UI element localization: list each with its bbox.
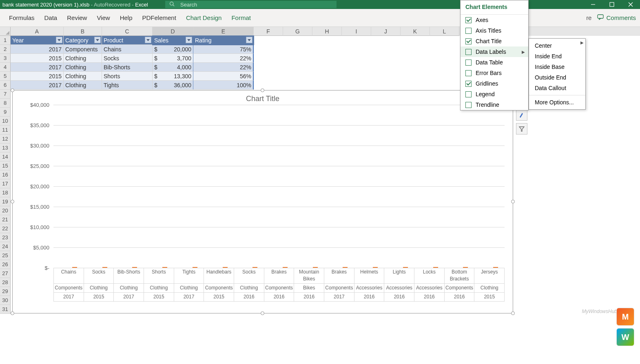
th-product[interactable]: Product (102, 36, 153, 45)
row-header-30[interactable]: 30 (0, 296, 11, 305)
filter-icon[interactable] (94, 37, 101, 43)
th-rating[interactable]: Rating (193, 36, 254, 45)
row-header-24[interactable]: 24 (0, 242, 11, 251)
cell-sales[interactable]: $13,300 (153, 72, 193, 81)
minimize-button[interactable] (584, 0, 602, 9)
chart-element-gridlines[interactable]: Gridlines (461, 78, 528, 89)
col-header-L[interactable]: L (430, 27, 459, 36)
cell-year[interactable]: 2015 (11, 72, 64, 81)
tab-pdfelement[interactable]: PDFelement (137, 9, 181, 27)
row-header-1[interactable]: 1 (0, 36, 11, 45)
checkbox-icon[interactable] (465, 81, 472, 87)
chart-styles-button[interactable] (516, 109, 527, 121)
submenu-inside-base[interactable]: Inside Base (529, 62, 585, 72)
col-header-K[interactable]: K (401, 27, 430, 36)
bar-rating[interactable] (252, 267, 257, 268)
submenu-more-options-[interactable]: More Options... (529, 97, 585, 108)
cell-sales[interactable]: $4,000 (153, 63, 193, 72)
tab-view[interactable]: View (92, 9, 115, 27)
checkbox-icon[interactable] (465, 102, 472, 108)
chart-title[interactable]: Chart Title (13, 90, 513, 105)
row-header-27[interactable]: 27 (0, 269, 11, 278)
filter-icon[interactable] (56, 37, 62, 43)
cell-sales[interactable]: $3,700 (153, 54, 193, 63)
bar-rating[interactable] (193, 267, 197, 268)
row-header-29[interactable]: 29 (0, 287, 11, 296)
bar-rating[interactable] (102, 267, 107, 268)
cell-year[interactable]: 2017 (11, 81, 64, 90)
tab-data[interactable]: Data (40, 9, 62, 27)
maximize-button[interactable] (602, 0, 621, 9)
bar-rating[interactable] (433, 267, 438, 268)
row-header-9[interactable]: 9 (0, 108, 11, 117)
row-header-6[interactable]: 6 (0, 81, 11, 90)
row-header-13[interactable]: 13 (0, 143, 11, 152)
resize-handle[interactable] (511, 311, 515, 315)
bar-rating[interactable] (463, 267, 468, 268)
checkbox-icon[interactable] (465, 17, 472, 23)
chart-element-chart-title[interactable]: Chart Title (461, 36, 528, 46)
row-header-2[interactable]: 2 (0, 45, 11, 54)
row-header-3[interactable]: 3 (0, 54, 11, 63)
checkbox-icon[interactable] (465, 60, 472, 66)
cell-product[interactable]: Chains (102, 45, 153, 54)
resize-handle[interactable] (261, 88, 264, 92)
row-header-14[interactable]: 14 (0, 152, 11, 161)
bar-rating[interactable] (223, 267, 228, 268)
col-header-C[interactable]: C (102, 27, 153, 36)
cell-rating[interactable]: 75% (193, 45, 254, 54)
chart-element-legend[interactable]: Legend (461, 89, 528, 99)
chart-element-trendline[interactable]: Trendline (461, 99, 528, 110)
chart-element-axis-titles[interactable]: Axis Titles (461, 25, 528, 36)
chart-element-data-table[interactable]: Data Table (461, 57, 528, 68)
search-box[interactable]: Search (165, 1, 337, 8)
bar-rating[interactable] (132, 267, 137, 268)
row-header-23[interactable]: 23 (0, 233, 11, 242)
checkbox-icon[interactable] (465, 49, 472, 55)
cell-year[interactable]: 2017 (11, 45, 64, 54)
cell-category[interactable]: Clothing (64, 81, 102, 90)
row-header-21[interactable]: 21 (0, 215, 11, 224)
bar-rating[interactable] (283, 267, 288, 268)
bar-rating[interactable] (343, 267, 348, 268)
resize-handle[interactable] (11, 200, 14, 203)
cell-rating[interactable]: 56% (193, 72, 254, 81)
bar-rating[interactable] (373, 267, 378, 268)
close-button[interactable] (621, 0, 640, 9)
share-button-cut[interactable]: re (586, 14, 591, 21)
th-category[interactable]: Category (64, 36, 102, 45)
cell-product[interactable]: Bib-Shorts (102, 63, 153, 72)
row-header-4[interactable]: 4 (0, 63, 11, 72)
tab-chart-design[interactable]: Chart Design (181, 9, 227, 27)
chart-element-error-bars[interactable]: Error Bars (461, 68, 528, 78)
row-header-26[interactable]: 26 (0, 260, 11, 269)
select-all-triangle[interactable] (0, 27, 11, 36)
col-header-A[interactable]: A (11, 27, 64, 36)
bar-rating[interactable] (162, 267, 167, 268)
row-header-7[interactable]: 7 (0, 90, 11, 99)
cell-product[interactable]: Tights (102, 81, 153, 90)
row-header-25[interactable]: 25 (0, 251, 11, 260)
row-header-20[interactable]: 20 (0, 206, 11, 215)
row-header-17[interactable]: 17 (0, 179, 11, 188)
submenu-outside-end[interactable]: Outside End (529, 72, 585, 83)
chart-filter-button[interactable] (516, 123, 527, 135)
row-header-31[interactable]: 31 (0, 305, 11, 314)
row-header-11[interactable]: 11 (0, 126, 11, 135)
cell-category[interactable]: Clothing (64, 63, 102, 72)
row-header-19[interactable]: 19 (0, 197, 11, 206)
resize-handle[interactable] (11, 88, 14, 92)
comments-button[interactable]: Comments (597, 14, 636, 21)
chart-element-axes[interactable]: Axes (461, 15, 528, 25)
checkbox-icon[interactable] (465, 70, 472, 76)
col-header-J[interactable]: J (371, 27, 401, 36)
cell-rating[interactable]: 22% (193, 63, 254, 72)
checkbox-icon[interactable] (465, 91, 472, 97)
col-header-B[interactable]: B (64, 27, 102, 36)
embedded-chart[interactable]: Chart Title $-$5,000$10,000$15,000$20,00… (12, 90, 513, 313)
resize-handle[interactable] (511, 200, 515, 203)
cell-product[interactable]: Socks (102, 54, 153, 63)
cell-sales[interactable]: $36,000 (153, 81, 193, 90)
filter-icon[interactable] (246, 37, 252, 43)
chart-element-data-labels[interactable]: Data Labels▶ (461, 46, 528, 57)
